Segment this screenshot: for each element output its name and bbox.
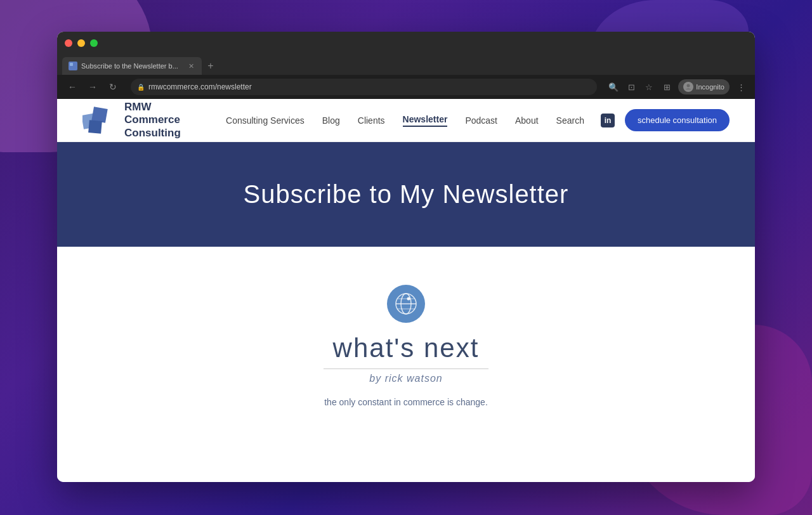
bookmark-icon[interactable]: ☆ [643,81,655,93]
menu-icon[interactable]: ⋮ [735,81,747,93]
browser-tab-bar: Subscribe to the Newsletter b... ✕ + [57,55,755,75]
cast-icon[interactable]: ⊡ [625,81,638,93]
nav-newsletter[interactable]: Newsletter [403,114,448,127]
linkedin-icon[interactable]: in [601,114,615,127]
logo-line1: RMW [124,101,181,114]
lock-icon: 🔒 [137,84,145,91]
tab-favicon [69,62,77,70]
tab-title: Subscribe to the Newsletter b... [81,62,183,70]
incognito-label: Incognito [696,83,724,91]
nav-about[interactable]: About [515,115,539,126]
site-logo[interactable]: RMW Commerce Consulting [82,101,209,140]
nav-clients[interactable]: Clients [358,115,385,126]
hero-section: Subscribe to My Newsletter [57,142,755,247]
logo-text: RMW Commerce Consulting [124,101,181,140]
nav-podcast[interactable]: Podcast [465,115,497,126]
svg-rect-5 [88,121,102,134]
profile-icon[interactable]: ⊞ [660,81,673,93]
hero-title: Subscribe to My Newsletter [244,180,569,209]
browser-titlebar [57,32,755,55]
incognito-avatar [683,82,693,92]
back-button[interactable]: ← [65,79,80,95]
svg-rect-0 [70,63,73,66]
active-tab[interactable]: Subscribe to the Newsletter b... ✕ [62,57,202,75]
address-text: rmwcommerce.com/newsletter [148,82,252,91]
nav-right: in schedule consultation [601,109,730,131]
toolbar-icons: 🔍 ⊡ ☆ ⊞ Incognito ⋮ [607,79,747,95]
nav-search[interactable]: Search [556,115,584,126]
globe-icon [387,285,425,323]
svg-rect-1 [73,66,76,69]
whats-next-title: what's next [333,333,480,363]
nav-blog[interactable]: Blog [322,115,340,126]
tab-close-icon[interactable]: ✕ [187,62,195,70]
svg-point-2 [687,84,690,88]
website-content: RMW Commerce Consulting Consulting Servi… [57,99,755,482]
browser-window: Subscribe to the Newsletter b... ✕ + ← →… [57,32,755,482]
address-bar[interactable]: 🔒 rmwcommerce.com/newsletter [131,79,597,95]
logo-line3: Consulting [124,127,181,140]
svg-point-11 [407,297,410,301]
maximize-button[interactable] [90,39,98,47]
nav-consulting-services[interactable]: Consulting Services [226,115,304,126]
minimize-button[interactable] [77,39,85,47]
tagline: the only constant in commerce is change. [324,397,488,407]
nav-links: Consulting Services Blog Clients Newslet… [209,114,601,127]
by-line: by rick watson [324,368,488,384]
browser-toolbar: ← → ↻ 🔒 rmwcommerce.com/newsletter 🔍 ⊡ ☆… [57,75,755,99]
close-button[interactable] [65,39,72,47]
logo-line2: Commerce [124,114,181,126]
globe-svg [395,292,417,315]
site-navigation: RMW Commerce Consulting Consulting Servi… [57,99,755,142]
schedule-consultation-button[interactable]: schedule consultation [625,109,730,131]
logo-icon [82,103,117,137]
forward-button[interactable]: → [85,79,100,95]
newsletter-logo: what's next by rick watson the only cons… [324,285,488,407]
search-icon[interactable]: 🔍 [607,81,620,93]
incognito-badge: Incognito [678,79,730,95]
reload-button[interactable]: ↻ [105,79,121,95]
newsletter-content-section: what's next by rick watson the only cons… [57,247,755,445]
new-tab-button[interactable]: + [202,57,219,75]
